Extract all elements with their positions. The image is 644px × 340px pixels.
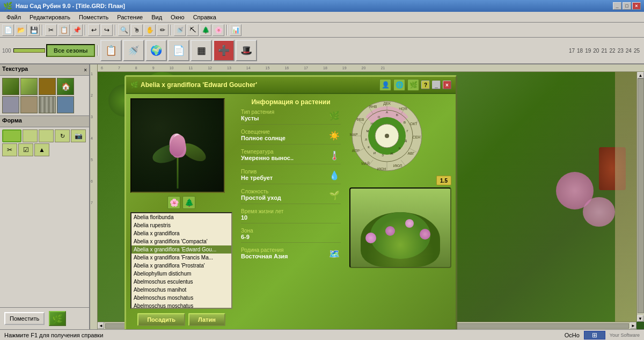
scroll-up[interactable]: ▲ xyxy=(638,72,644,78)
forma-scissors[interactable]: ✂ xyxy=(2,143,17,156)
label-lifetime: Время жизни лет xyxy=(241,208,300,214)
plus-icon[interactable]: ➕ xyxy=(213,40,235,61)
plant-icon-btn[interactable]: 🌿 xyxy=(49,311,66,326)
plant-list-item[interactable]: Abelia rupestris xyxy=(131,221,231,229)
forma-camera[interactable]: 📷 xyxy=(71,129,86,142)
hat-icon[interactable]: 🎩 xyxy=(236,40,257,61)
dialog-minimize-btn[interactable]: _ xyxy=(432,81,441,89)
forma-item3[interactable] xyxy=(39,129,54,142)
ruler-vertical: 1 2 3 4 5 6 7 xyxy=(90,64,98,329)
forma-check[interactable]: ☑ xyxy=(18,143,33,156)
season-selector[interactable]: Все сезоны xyxy=(46,44,95,57)
info-zone: Зона 6-9 xyxy=(241,228,341,243)
svg-text:МАЙ: МАЙ xyxy=(361,161,370,165)
scroll-left[interactable]: ◄ xyxy=(98,322,104,329)
forma-arrow[interactable]: ↻ xyxy=(55,129,70,142)
sep5 xyxy=(226,25,228,35)
watering-btn[interactable]: 🚿 xyxy=(174,24,186,36)
plant-list-item[interactable]: Abelia x grandiflora 'Francis Ma... xyxy=(131,254,231,262)
menu-edit[interactable]: Редактировать xyxy=(25,13,75,21)
plant-list-item[interactable]: Abelia x grandiflora xyxy=(131,229,231,237)
page-icon[interactable]: 📄 xyxy=(168,40,189,61)
menu-window[interactable]: Окно xyxy=(166,13,189,21)
redo-btn[interactable]: ↪ xyxy=(101,24,113,36)
icon-light: ☀️ xyxy=(328,129,341,142)
world-icon[interactable]: 🌍 xyxy=(145,40,167,61)
texture-light-grass[interactable] xyxy=(20,78,38,95)
plant-list-item[interactable]: Abelmoschus esculentus xyxy=(131,278,231,286)
water-icon[interactable]: 🚿 xyxy=(123,40,144,61)
copy-btn[interactable]: 📋 xyxy=(58,24,70,36)
paste-btn[interactable]: 📌 xyxy=(71,24,83,36)
plant-list[interactable]: Abelia floribunda Abelia rupestris Abeli… xyxy=(130,212,232,309)
scroll-thumb[interactable] xyxy=(638,78,644,313)
draw-btn[interactable]: ✏ xyxy=(157,24,169,36)
texture-grass[interactable] xyxy=(2,78,19,95)
menu-plant[interactable]: Растение xyxy=(113,13,147,21)
texture-tree[interactable]: 🏠 xyxy=(57,78,74,95)
svg-text:Ж: Ж xyxy=(390,152,393,155)
plant-list-item[interactable]: Abeliophyllum distichum xyxy=(131,270,231,278)
tree-icon-btn[interactable]: 🌲 xyxy=(182,196,195,209)
label-zone: Зона xyxy=(241,228,300,234)
plant-list-item-selected[interactable]: Abelia x grandiflora 'Edward Gou... xyxy=(131,245,231,254)
grid-icon[interactable]: ▦ xyxy=(191,40,212,61)
shovel-btn[interactable]: ⛏ xyxy=(187,24,199,36)
plant-list-item[interactable]: Abelia floribunda xyxy=(131,213,231,221)
texture-stone[interactable] xyxy=(2,96,19,113)
dialog-help-btn[interactable]: ? xyxy=(421,81,430,89)
zoom-btn[interactable]: 🔍 xyxy=(118,24,130,36)
plant-list-item[interactable]: Abelmoschus moschatus xyxy=(131,294,231,302)
select-btn[interactable]: 🖱 xyxy=(131,24,143,36)
flower-btn[interactable]: 🌸 xyxy=(213,24,224,36)
value-type: Кусты xyxy=(241,115,326,121)
flower-icon-btn[interactable]: 🌸 xyxy=(167,196,180,209)
maximize-button[interactable]: □ xyxy=(623,2,631,10)
plant-list-item[interactable]: Abelmoschus manihot xyxy=(131,286,231,294)
plant-list-item[interactable]: Abelia x grandiflora 'Prostrata' xyxy=(131,262,231,270)
minimize-button[interactable]: _ xyxy=(613,2,621,10)
latin-button[interactable]: Латин xyxy=(188,313,225,326)
close-left-panel[interactable]: × xyxy=(84,67,87,73)
dialog-icon-person[interactable]: 👤 xyxy=(379,79,391,91)
dialog-icon-leaf[interactable]: 🌿 xyxy=(407,79,419,91)
svg-text:Л: Л xyxy=(365,138,367,141)
plan-icon[interactable]: 📋 xyxy=(100,40,122,61)
menu-file[interactable]: Файл xyxy=(2,13,25,21)
label-light: Освещение xyxy=(241,129,300,135)
extra-btn[interactable]: 📊 xyxy=(230,24,241,36)
texture-sand[interactable] xyxy=(20,96,38,113)
open-btn[interactable]: 📂 xyxy=(15,24,27,36)
svg-text:М: М xyxy=(367,129,369,133)
dialog-icon-globe[interactable]: 🌐 xyxy=(393,79,405,91)
action-buttons: Посадить Латин xyxy=(130,313,232,326)
menu-help[interactable]: Справка xyxy=(189,13,221,21)
forma-rect[interactable] xyxy=(2,129,21,142)
close-button[interactable]: × xyxy=(632,2,641,10)
forma-up[interactable]: ▲ xyxy=(34,143,49,156)
scroll-down[interactable]: ▼ xyxy=(637,315,643,322)
title-bar-controls: _ □ × xyxy=(613,2,641,10)
texture-water[interactable] xyxy=(57,96,74,113)
undo-btn[interactable]: ↩ xyxy=(88,24,100,36)
forma-item2[interactable] xyxy=(23,129,38,142)
scroll-right[interactable]: ► xyxy=(630,322,636,329)
tree-btn[interactable]: 🌲 xyxy=(200,24,211,36)
new-btn[interactable]: 📄 xyxy=(2,24,14,36)
plant-list-item[interactable]: Abelia x grandiflora 'Compacta' xyxy=(131,237,231,245)
svg-text:ЯНВ: ЯНВ xyxy=(369,105,377,108)
plant-list-item[interactable]: Abelmoschus moschatus xyxy=(131,302,231,309)
texture-soil[interactable] xyxy=(39,78,56,95)
save-btn[interactable]: 💾 xyxy=(28,24,40,36)
dialog-title-bar: 🌿 Abelia x grandiflora 'Edward Goucher' … xyxy=(126,77,456,94)
svg-text:ИЮН: ИЮН xyxy=(377,167,386,171)
v-scrollbar[interactable]: ▲ ▼ xyxy=(636,72,644,322)
plant-button[interactable]: Посадить xyxy=(137,313,185,326)
menu-view[interactable]: Вид xyxy=(147,13,166,21)
cut-btn[interactable]: ✂ xyxy=(45,24,57,36)
menu-place[interactable]: Поместить xyxy=(75,13,113,21)
dialog-close-btn[interactable]: × xyxy=(443,81,451,89)
move-btn[interactable]: ✋ xyxy=(144,24,156,36)
texture-fence[interactable] xyxy=(39,96,56,113)
place-button[interactable]: Поместить xyxy=(4,312,45,325)
